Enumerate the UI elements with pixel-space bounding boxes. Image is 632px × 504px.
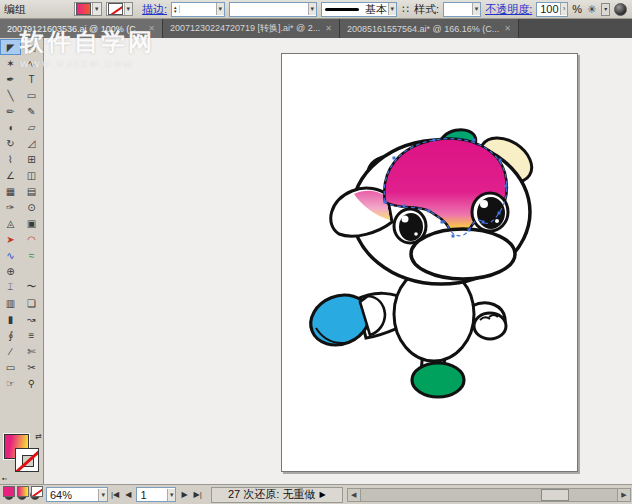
style-label: 样式: [414, 2, 439, 17]
gradient-button[interactable] [17, 486, 29, 497]
opacity-slider-arrow[interactable]: › [560, 3, 567, 15]
fill-stroke-indicator: ⇄ ▪▫ [2, 432, 42, 482]
scale-tool[interactable]: ◿ [21, 135, 42, 151]
graph-tool[interactable]: ▥ [0, 295, 21, 311]
live-paint-bucket-tool[interactable]: ◬ [0, 215, 21, 231]
chevron-down-icon[interactable]: ▾ [388, 3, 397, 15]
tab-bar: 20079121603536.ai @ 100% (C...✕200712302… [0, 19, 632, 38]
brush-definition-select[interactable]: 基本 ▾ [321, 2, 397, 17]
tab-close-icon[interactable]: ✕ [504, 24, 511, 33]
scrollbar-thumb[interactable] [541, 489, 569, 501]
free-transform-tool[interactable]: ⊞ [21, 151, 42, 167]
rectangle-tool[interactable]: ▭ [21, 87, 42, 103]
last-page-button[interactable]: ▶| [191, 490, 205, 499]
stroke-weight-select[interactable]: ▴▾ ▾ [171, 2, 225, 17]
scroll-right-arrow[interactable]: ▶ [617, 488, 631, 502]
chevron-down-icon[interactable]: ▾ [472, 3, 481, 15]
warp-tool[interactable]: ⌇ [0, 151, 21, 167]
shear-tool[interactable]: ∠ [0, 167, 21, 183]
blend-tool[interactable]: ⊙ [21, 199, 42, 215]
tab-label: 20079121603536.ai @ 100% (C... [7, 24, 143, 34]
next-page-button[interactable]: ▶ [178, 490, 190, 499]
slice-tool[interactable]: ✂ [21, 359, 42, 375]
document-tab[interactable]: 20079121603536.ai @ 100% (C...✕ [0, 19, 163, 38]
live-paint-selection-tool[interactable]: ▣ [21, 215, 42, 231]
blob-brush-tool[interactable]: ◖ [0, 119, 21, 135]
paintbrush-tool[interactable]: ✏ [0, 103, 21, 119]
stroke-color-indicator[interactable] [15, 448, 39, 472]
mesh-tool[interactable]: ▦ [0, 183, 21, 199]
chevron-down-icon[interactable]: ▾ [308, 3, 317, 15]
type-tool[interactable]: T [21, 71, 42, 87]
tab-close-icon[interactable]: ✕ [148, 24, 155, 33]
chevron-down-icon[interactable]: ▾ [167, 489, 176, 501]
scroll-left-arrow[interactable]: ◀ [347, 488, 361, 502]
recolor-artwork-icon[interactable]: ∷ [401, 3, 410, 16]
measure-tool[interactable]: ∕ [0, 343, 21, 359]
isolate-selection-icon[interactable]: ✳ [586, 3, 597, 16]
style-select[interactable]: ▾ [443, 2, 481, 17]
prev-page-button[interactable]: ◀ [122, 490, 134, 499]
workspace-switcher-icon[interactable] [614, 3, 627, 16]
wave-tool[interactable]: ∿ [0, 247, 21, 263]
multi-wave-tool[interactable]: ≈ [21, 247, 42, 263]
gradient-tool[interactable]: ▤ [21, 183, 42, 199]
stroke-panel-link[interactable]: 描边: [142, 2, 167, 17]
knife-tool[interactable]: ✄ [21, 343, 42, 359]
calf-muzzle [411, 229, 515, 279]
color-button[interactable] [3, 486, 15, 497]
toolbox-grid: ◤◁✶∿✒T╲▭✏✎◖▱↻◿⌇⊞∠◫▦▤✑⊙◬▣➤◠∿≈⊕⌶〜▥❏▮↝∮≡∕✄▭… [0, 38, 43, 391]
arc-tool[interactable]: ◠ [21, 231, 42, 247]
curvature-tool[interactable]: ↝ [21, 311, 42, 327]
status-menu-arrow[interactable]: ▶ [319, 490, 325, 499]
envelope-distort-tool[interactable]: ⌶ [0, 279, 21, 295]
calf-illustration[interactable] [282, 54, 579, 473]
registration-tool[interactable]: ⊕ [0, 263, 21, 279]
first-page-button[interactable]: |◀ [108, 490, 122, 499]
width-profile-select[interactable]: ▾ [229, 2, 317, 17]
horizontal-scrollbar[interactable]: ◀ ▶ [347, 487, 631, 503]
swap-fill-stroke-icon[interactable]: ⇄ [35, 432, 42, 441]
column-graph-tool[interactable]: ▮ [0, 311, 21, 327]
rotate-tool[interactable]: ↻ [0, 135, 21, 151]
options-dropdown-icon[interactable]: ▾ [601, 3, 610, 16]
direct-selection-tool[interactable]: ◁ [21, 39, 42, 55]
stroke-color-swatch[interactable]: ▾ [106, 2, 134, 16]
stroke-none-icon [108, 3, 123, 15]
document-tab[interactable]: 20085161557564.ai* @ 166.16% (C...✕ [340, 19, 519, 38]
wave-warp-tool[interactable]: 〜 [21, 279, 42, 295]
line-segment-tool[interactable]: ╲ [0, 87, 21, 103]
eraser-tool[interactable]: ▱ [21, 119, 42, 135]
tab-close-icon[interactable]: ✕ [325, 24, 332, 33]
perspective-grid-tool[interactable]: ◫ [21, 167, 42, 183]
page-number-select[interactable]: 1 ▾ [136, 487, 176, 502]
status-display: 27 次还原: 无重做 ▶ [211, 487, 343, 503]
hand-tool[interactable]: ☞ [0, 375, 21, 391]
none-button[interactable] [31, 486, 43, 497]
chevron-down-icon[interactable]: ▾ [98, 489, 107, 501]
zoom-level-select[interactable]: 64% ▾ [46, 487, 108, 502]
scrollbar-track[interactable] [361, 488, 617, 502]
lasso-tool[interactable]: ∿ [21, 55, 42, 71]
chevron-down-icon[interactable]: ▾ [216, 3, 225, 15]
paragraph-tool[interactable]: ≡ [21, 327, 42, 343]
squiggle-tool[interactable]: ∮ [0, 327, 21, 343]
pen-tool[interactable]: ✒ [0, 71, 21, 87]
pencil-tool[interactable]: ✎ [21, 103, 42, 119]
document-tab[interactable]: 20071230224720719 [转换].ai* @ 2...✕ [163, 19, 340, 38]
page-tool[interactable]: ❏ [21, 295, 42, 311]
eyedropper-tool[interactable]: ✑ [0, 199, 21, 215]
default-fill-stroke-icon[interactable]: ▪▫ [2, 475, 7, 482]
chevron-down-icon[interactable]: ▾ [92, 3, 101, 15]
opacity-input[interactable]: 100 › [536, 2, 568, 17]
opacity-panel-link[interactable]: 不透明度: [485, 2, 532, 17]
artboard-tool[interactable]: ▭ [0, 359, 21, 375]
magic-wand-tool[interactable]: ✶ [0, 55, 21, 71]
symbol-sprayer-tool[interactable]: ➤ [0, 231, 21, 247]
zoom-tool[interactable]: ⚲ [21, 375, 42, 391]
stroke-weight-spinner[interactable]: ▴▾ [172, 5, 180, 13]
selection-tool[interactable]: ◤ [0, 39, 21, 55]
opacity-value[interactable]: 100 [537, 3, 560, 15]
fill-color-swatch[interactable]: ▾ [74, 2, 102, 16]
chevron-down-icon[interactable]: ▾ [124, 3, 133, 15]
